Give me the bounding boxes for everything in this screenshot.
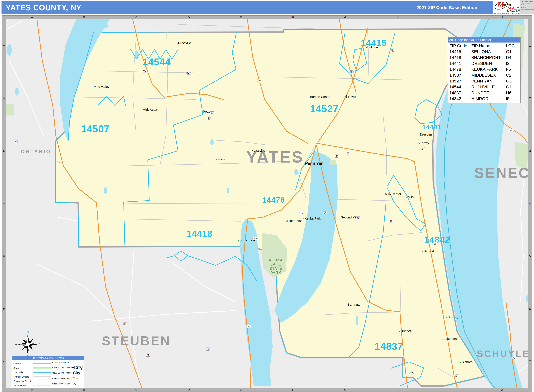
zip-code-cell: 14837 bbox=[450, 90, 461, 95]
town-label: Vine Valley bbox=[93, 85, 109, 89]
zip-code-cell: 14441 bbox=[450, 61, 461, 66]
logo-phone: 1-888-434-MAPS (6277) bbox=[520, 2, 530, 5]
grid-column-label: E bbox=[240, 388, 242, 392]
legend-line-swatch bbox=[33, 385, 51, 386]
zip-index-row: 14441 DRESDEN I2 bbox=[450, 61, 519, 66]
loc-cell: F5 bbox=[506, 67, 511, 72]
compass-e: E bbox=[39, 343, 41, 346]
highway-badge: 14A bbox=[409, 371, 414, 374]
col-zip-code: ZIP Code bbox=[450, 43, 467, 48]
grid-column-label: F bbox=[292, 388, 294, 392]
zip-index-row: 14418 BRANCHPORT D4 bbox=[450, 55, 519, 61]
town-label: Lakemont bbox=[442, 337, 458, 341]
col-loc: LOC bbox=[506, 43, 515, 48]
grid-column-label: I bbox=[450, 16, 450, 19]
grid-column-label: G bbox=[344, 388, 347, 392]
highway-badge: 11 bbox=[389, 220, 393, 223]
zip-code-cell: 14507 bbox=[450, 73, 461, 78]
legend-city-row: Cities 100,000 and Above City bbox=[52, 365, 83, 370]
highway-badge: 54A bbox=[253, 237, 258, 240]
grid-column-label: C bbox=[136, 388, 137, 392]
legend-title: 2021 Yates County, NY Map bbox=[12, 356, 84, 360]
grid-column-label: H bbox=[397, 388, 398, 392]
grid-column-label: B bbox=[83, 388, 85, 392]
grid-column-label: G bbox=[344, 16, 347, 19]
zip-name-cell: PENN YAN bbox=[471, 79, 492, 84]
highway-badge: 6 bbox=[392, 49, 394, 51]
zip-code-label: 14544 bbox=[142, 56, 171, 68]
grid-ruler-bottom: ABCDEFGHIJ bbox=[2, 388, 532, 392]
zip-index-row: 14478 KEUKA PARK F5 bbox=[450, 66, 519, 72]
legend-city-label: Cities 25,000 - 49,999 bbox=[52, 377, 71, 379]
highway-badge: 53 bbox=[123, 322, 127, 325]
town-label: Glenora bbox=[460, 360, 473, 364]
park-label-line: STATE bbox=[269, 266, 283, 271]
grid-row-label: 7 bbox=[2, 361, 6, 362]
grid-row-label: 1 bbox=[2, 45, 6, 46]
highway-badge: 247 bbox=[349, 70, 354, 73]
compass-w: W bbox=[15, 343, 17, 346]
zip-index-row: 14837 DUNDEE H6 bbox=[450, 90, 519, 96]
grid-row-label: 2 bbox=[2, 97, 6, 99]
zip-code-cell: 14842 bbox=[450, 96, 461, 101]
loc-cell: C1 bbox=[506, 84, 511, 89]
zip-index-row: 14507 MIDDLESEX C2 bbox=[450, 72, 519, 78]
town-label: Middlesex bbox=[141, 108, 157, 112]
grid-row-label: 2 bbox=[529, 97, 531, 100]
loc-cell: I5 bbox=[506, 96, 509, 101]
town-label: Dundee bbox=[399, 329, 412, 333]
zip-code-label: 14527 bbox=[310, 103, 339, 114]
zip-index-row: 14842 HIMROD I5 bbox=[450, 96, 519, 102]
legend-line-swatch bbox=[33, 367, 51, 369]
loc-cell: G1 bbox=[506, 49, 511, 54]
grid-column-label: D bbox=[187, 16, 190, 19]
zip-code-label: 14441 bbox=[422, 123, 441, 131]
zip-name-cell: DRESDEN bbox=[471, 61, 492, 66]
zip-code-label: 14478 bbox=[262, 196, 285, 205]
map-canvas: YATESSENECASTEUBENSCHUYLERONTARIO 145441… bbox=[6, 19, 528, 388]
grid-row-label: 4 bbox=[2, 203, 6, 204]
grid-row-label: 6 bbox=[529, 307, 531, 311]
grid-row-label: 6 bbox=[2, 308, 6, 310]
legend-city-sample: City bbox=[72, 377, 78, 380]
town-label: Second Milo bbox=[340, 216, 358, 219]
loc-cell: G3 bbox=[506, 79, 511, 84]
legend-line-item: County bbox=[14, 361, 51, 366]
town-label: Rushville bbox=[177, 41, 191, 45]
logo-email: mapsales@MarketMAPS.com bbox=[520, 9, 534, 10]
grid-row-label: 3 bbox=[529, 149, 531, 153]
highway-badge: 74 bbox=[206, 348, 210, 350]
highway-badge: 36 bbox=[433, 242, 437, 245]
grid-column-label: H bbox=[397, 16, 398, 19]
legend-panel: 2021 Yates County, NY Map County State bbox=[12, 356, 84, 388]
map-frame: ABCDEFGHIJ ABCDEFGHIJ 1234567 1234567 bbox=[2, 15, 532, 392]
logo-email-label: EMAIL US AT: bbox=[520, 7, 528, 8]
legend-cities-header: Cities and Towns bbox=[52, 361, 83, 364]
town-label: Himrod bbox=[422, 250, 434, 253]
grid-column-label: A bbox=[31, 16, 33, 19]
legend-item-label: Secondary Streets bbox=[14, 380, 32, 382]
highway-badge: 364 bbox=[210, 112, 215, 114]
zip-code-cell: 14478 bbox=[450, 67, 461, 72]
zip-index-row: 14415 BELLONA G1 bbox=[450, 49, 519, 55]
highway-badge: 78 bbox=[247, 325, 251, 328]
highway-badge: 245 bbox=[257, 79, 262, 82]
legend-line-item: Secondary Streets bbox=[14, 379, 51, 383]
zip-index-header-row: ZIP Code ZIP Name LOC bbox=[450, 43, 519, 49]
highway-badge: 30 bbox=[356, 216, 360, 219]
legend-city-label: Cities 100,000 and Above bbox=[52, 366, 75, 369]
legend-city-row: Cities 1 - 4,999 City bbox=[52, 386, 83, 388]
legend-line-swatch bbox=[33, 372, 51, 373]
legend-city-sample: City bbox=[72, 364, 83, 370]
county-label: SCHUYLER bbox=[477, 348, 528, 359]
logo-subtitle: America's Leading Source of Business Map… bbox=[494, 12, 521, 14]
legend-city-sample: City bbox=[72, 371, 80, 375]
park-label-line: LAKE bbox=[269, 262, 283, 266]
legend-line-swatch bbox=[33, 376, 51, 377]
legend-line-swatch bbox=[33, 381, 51, 381]
highway-badge: 74 bbox=[146, 354, 150, 357]
grid-column-label: J bbox=[501, 388, 503, 392]
zip-name-cell: BRANCHPORT bbox=[471, 55, 501, 60]
zip-index-title: ZIP Code Index/Grid Locator bbox=[448, 37, 520, 42]
compass-star-icon bbox=[15, 331, 41, 357]
